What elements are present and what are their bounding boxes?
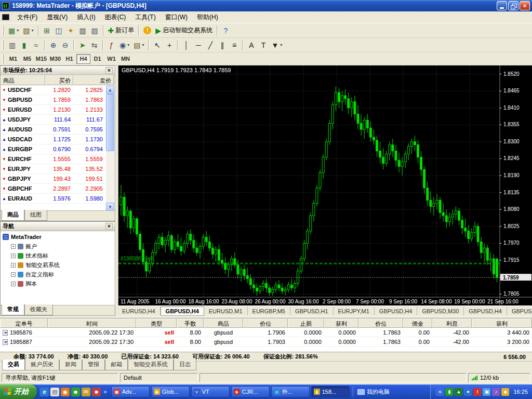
task-vt[interactable]: VVT bbox=[191, 386, 230, 397]
market-watch-row-eurchf[interactable]: ▼EURCHF1.55551.5559 bbox=[1, 154, 115, 164]
quicklaunch-folder-icon[interactable]: ■ bbox=[92, 388, 101, 396]
market-watch-row-audusd[interactable]: ▲AUDUSD0.75910.7595 bbox=[1, 125, 115, 135]
quicklaunch-media-player-icon[interactable]: ◉ bbox=[61, 388, 70, 396]
status-profile[interactable]: Default bbox=[120, 373, 198, 382]
market-watch-button[interactable]: ⊞ bbox=[41, 25, 53, 36]
text-label-button[interactable]: T bbox=[257, 39, 269, 51]
market-watch-titlebar[interactable]: 市场报价: 10:25:04 × bbox=[1, 66, 115, 75]
terminal-column-2[interactable]: 类型 bbox=[136, 318, 177, 328]
order-row-1985887[interactable]: 19858872005.09.22 17:30sell8.00gbpusd1.7… bbox=[0, 337, 532, 347]
terminal-column-5[interactable]: 价位 bbox=[243, 318, 288, 328]
menu-file[interactable]: 文件(F) bbox=[12, 11, 42, 23]
terminal-column-11[interactable]: 获利 bbox=[472, 318, 532, 328]
chart-tab-7-gbpusd-m30[interactable]: GBPUSD,M30 bbox=[417, 307, 464, 315]
quick-launch-overflow-icon[interactable]: » bbox=[102, 388, 108, 395]
expand-icon[interactable]: + bbox=[11, 263, 16, 268]
market-watch-column-2[interactable]: 卖价 bbox=[73, 75, 114, 85]
title-bar[interactable]: 158999: MetaTrader - 模拟帐户 - [GBPUSD,H4] … bbox=[0, 0, 532, 11]
navigator-button[interactable]: ✦ bbox=[65, 25, 77, 36]
chart-tab-8-gbpusd-h4[interactable]: GBPUSD,H4 bbox=[464, 307, 507, 315]
toolbar-grip[interactable] bbox=[2, 26, 4, 35]
chart-tab-6-gbpusd-h4[interactable]: GBPUSD,H4 bbox=[375, 307, 418, 315]
navigator-item-custom-indicators[interactable]: +自定义指标 bbox=[1, 270, 115, 279]
chart-tab-0-eurusd-h4[interactable]: EURUSD,H4 bbox=[117, 307, 161, 315]
close-button[interactable]: × bbox=[520, 1, 530, 10]
bar-chart-button[interactable]: ▥ bbox=[6, 39, 18, 51]
order-row-1985876[interactable]: 19858762005.09.22 17:30sell8.00gbpusd1.7… bbox=[0, 328, 532, 337]
navigator-item-experts[interactable]: +智能交易系统 bbox=[1, 260, 115, 270]
tray-update-icon[interactable]: ● bbox=[464, 388, 472, 396]
text-button[interactable]: A bbox=[245, 39, 257, 51]
chart-shift-button[interactable]: ⇆ bbox=[88, 39, 100, 51]
toolbar-grip[interactable] bbox=[2, 54, 4, 63]
chart-tab-1-gbpusd-h4[interactable]: GBPUSD,H4 bbox=[161, 307, 204, 316]
market-watch-row-eurjpy[interactable]: ▼EURJPY135.48135.52 bbox=[1, 164, 115, 174]
task-wai[interactable]: e外... bbox=[271, 386, 310, 397]
expert-advisors-button[interactable]: ▶启动智能交易系统 bbox=[153, 25, 215, 36]
market-watch-row-gbpusd[interactable]: ▼GBPUSD1.78591.7863 bbox=[1, 95, 115, 105]
market-watch-row-gbpchf[interactable]: ▼GBPCHF2.28972.2905 bbox=[1, 184, 115, 194]
expert-alert-button[interactable]: ! bbox=[141, 25, 153, 36]
templates-button[interactable]: ▤▾ bbox=[131, 39, 146, 51]
auto-scroll-button[interactable]: ➤ bbox=[76, 39, 88, 51]
terminal-column-8[interactable]: 价位 bbox=[358, 318, 403, 328]
cursor-button[interactable]: ↖ bbox=[151, 39, 163, 51]
chart-canvas[interactable]: #1985887 sell1.85201.84651.84101.83551.8… bbox=[118, 65, 532, 305]
timeframe-h4[interactable]: H4 bbox=[76, 54, 90, 64]
scroll-down-icon[interactable]: ▼ bbox=[106, 203, 114, 211]
zoom-in-button[interactable]: ⊕ bbox=[47, 39, 59, 51]
tray-messenger-icon[interactable]: ◆ bbox=[501, 388, 509, 396]
terminal-column-0[interactable]: 定单号 bbox=[0, 318, 48, 328]
market-watch-row-usdcad[interactable]: ▲USDCAD1.17251.1730 bbox=[1, 135, 115, 144]
terminal-tab-news[interactable]: 新闻 bbox=[59, 360, 82, 370]
restore-button[interactable] bbox=[508, 1, 518, 10]
horizontal-line-button[interactable]: ─ bbox=[192, 39, 204, 51]
help-button[interactable]: ? bbox=[220, 25, 232, 36]
terminal-tab-alerts[interactable]: 警报 bbox=[82, 360, 105, 370]
line-chart-button[interactable]: ≈ bbox=[30, 39, 42, 51]
dropdown-arrow-icon[interactable]: ▾ bbox=[142, 43, 144, 47]
terminal-tab-trade[interactable]: 交易 bbox=[2, 360, 25, 370]
start-button[interactable]: 开始 bbox=[0, 384, 37, 399]
new-order-button[interactable]: ✚新订单 bbox=[106, 25, 137, 36]
dropdown-arrow-icon[interactable]: ▾ bbox=[17, 28, 19, 33]
chart-tab-4-gbpusd-h1[interactable]: GBPUSD,H1 bbox=[290, 307, 334, 315]
terminal-tab-account-history[interactable]: 账户历史 bbox=[25, 360, 59, 370]
market-watch-row-usdjpy[interactable]: ▲USDJPY111.64111.67 bbox=[1, 115, 115, 125]
navigator-titlebar[interactable]: 导航 × bbox=[1, 222, 115, 231]
market-watch-scrollbar[interactable]: ▲ ▼ bbox=[106, 86, 114, 211]
navigator-item-indicators[interactable]: +技术指标 bbox=[1, 251, 115, 260]
timeframe-m30[interactable]: M30 bbox=[48, 54, 62, 64]
market-watch-tab-symbols[interactable]: 商品 bbox=[2, 210, 24, 221]
menu-window[interactable]: 窗口(W) bbox=[161, 11, 192, 23]
candlestick-button[interactable]: ▮ bbox=[18, 39, 30, 51]
market-watch-column-0[interactable]: 商品 bbox=[1, 75, 45, 85]
terminal-tab-journal[interactable]: 日志 bbox=[174, 360, 196, 370]
data-window-button[interactable]: ◫ bbox=[53, 25, 65, 36]
market-watch-close-icon[interactable]: × bbox=[105, 67, 113, 74]
terminal-column-3[interactable]: 手数 bbox=[177, 318, 204, 328]
tray-shield-icon[interactable]: ▲ bbox=[455, 388, 462, 396]
navigator-tab-common[interactable]: 常规 bbox=[2, 304, 24, 315]
task-glob[interactable]: ◉Glob... bbox=[151, 386, 190, 397]
expand-icon[interactable]: + bbox=[11, 282, 16, 286]
task-adv[interactable]: ▣Adv... bbox=[111, 386, 150, 397]
terminal-tab-mailbox[interactable]: 邮箱 bbox=[105, 360, 128, 370]
new-chart-button[interactable]: ▦▾ bbox=[6, 25, 21, 36]
tray-network-icon[interactable]: ▣ bbox=[483, 388, 490, 396]
vertical-line-button[interactable]: │ bbox=[180, 39, 192, 51]
market-watch-tab-tick-chart[interactable]: 线图 bbox=[24, 210, 47, 221]
chart-tab-9-gbpus[interactable]: GBPUS bbox=[507, 307, 532, 315]
navigator-item-scripts[interactable]: +脚本 bbox=[1, 279, 115, 288]
minimize-button[interactable] bbox=[497, 1, 507, 10]
dropdown-arrow-icon[interactable]: ▾ bbox=[127, 43, 129, 47]
task-cjr[interactable]: ◈CJR... bbox=[231, 386, 270, 397]
toolbar-grip[interactable] bbox=[2, 41, 4, 50]
timeframe-m15[interactable]: M15 bbox=[34, 54, 48, 64]
child-window-icon[interactable] bbox=[2, 14, 9, 20]
menu-view[interactable]: 显视(V) bbox=[42, 11, 72, 23]
order-lines[interactable]: #1985887 sell bbox=[118, 256, 500, 264]
navigator-tab-favorites[interactable]: 收藏夹 bbox=[24, 304, 53, 315]
menu-insert[interactable]: 插入(I) bbox=[72, 11, 100, 23]
chart-window[interactable]: GBPUSD,H4 1.7919 1.7923 1.7843 1.7859 #1… bbox=[118, 65, 532, 305]
